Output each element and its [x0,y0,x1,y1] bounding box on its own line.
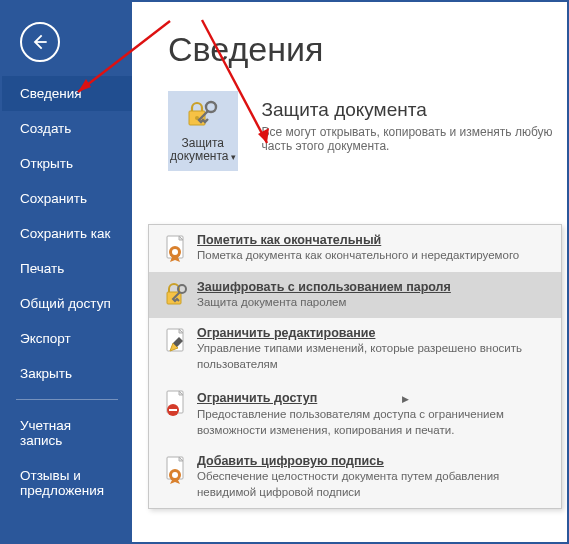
lock-key-icon [185,99,221,132]
nav-item-export[interactable]: Экспорт [2,321,132,356]
dd-item-digital-signature[interactable]: Добавить цифровую подпись Обеспечение це… [149,446,561,508]
protect-document-button[interactable]: Защита документа▾ [168,91,238,171]
dd-title: Добавить цифровую подпись [197,454,549,468]
restrict-access-icon [161,388,191,438]
nav-label: Общий доступ [20,296,111,311]
main-area: Сведения Защита документа▾ Защита докуме… [132,2,567,542]
nav-label: Учетная запись [20,418,71,448]
final-icon [161,233,191,264]
nav-label: Закрыть [20,366,72,381]
nav-item-info[interactable]: Сведения [2,76,132,111]
nav-label: Отзывы и предложения [20,468,104,498]
nav-item-close[interactable]: Закрыть [2,356,132,391]
encrypt-icon [161,280,191,311]
nav-item-open[interactable]: Открыть [2,146,132,181]
dd-title: Ограничить доступ [197,391,317,405]
arrow-left-icon [30,32,50,52]
dd-item-mark-final[interactable]: Пометить как окончательный Пометка докум… [149,225,561,272]
dd-desc: Обеспечение целостности документа путем … [197,469,549,500]
backstage-sidebar: Сведения Создать Открыть Сохранить Сохра… [2,2,132,542]
back-button[interactable] [20,22,60,62]
dd-item-encrypt[interactable]: Зашифровать с использованием пароля Защи… [149,272,561,319]
nav-label: Печать [20,261,64,276]
nav-item-account[interactable]: Учетная запись [2,408,132,458]
protect-dropdown: Пометить как окончательный Пометка докум… [148,224,562,509]
nav-label: Открыть [20,156,73,171]
nav-item-new[interactable]: Создать [2,111,132,146]
dd-item-restrict-editing[interactable]: Ограничить редактирование Управление тип… [149,318,561,380]
dropdown-triangle-icon: ▾ [231,152,236,162]
nav-item-share[interactable]: Общий доступ [2,286,132,321]
nav-item-save[interactable]: Сохранить [2,181,132,216]
nav-item-feedback[interactable]: Отзывы и предложения [2,458,132,508]
dd-title: Ограничить редактирование [197,326,549,340]
protect-button-label: Защита документа▾ [170,137,236,163]
nav-label: Сведения [20,86,82,101]
nav-label: Сохранить [20,191,87,206]
protect-section: Защита документа▾ Защита документа Все м… [168,91,567,171]
svg-rect-11 [169,409,177,411]
nav-label: Экспорт [20,331,71,346]
nav-item-print[interactable]: Печать [2,251,132,286]
nav-label: Сохранить как [20,226,110,241]
dd-desc: Управление типами изменений, которые раз… [197,341,549,372]
protect-heading: Защита документа [262,99,567,121]
restrict-edit-icon [161,326,191,372]
submenu-arrow-icon: ▶ [402,394,409,404]
dd-desc: Предоставление пользователям доступа с о… [197,407,549,438]
dd-desc: Защита документа паролем [197,295,549,311]
dd-title: Пометить как окончательный [197,233,549,247]
dd-desc: Пометка документа как окончательного и н… [197,248,549,264]
nav-label: Создать [20,121,71,136]
page-title: Сведения [168,30,567,69]
protect-desc: Все могут открывать, копировать и изменя… [262,125,567,153]
svg-point-14 [172,472,178,478]
signature-icon [161,454,191,500]
nav-item-saveas[interactable]: Сохранить как [2,216,132,251]
dd-item-restrict-access[interactable]: Ограничить доступ ▶ Предоставление польз… [149,380,561,446]
svg-point-5 [172,249,178,255]
dd-title: Зашифровать с использованием пароля [197,280,549,294]
nav-divider [16,399,118,400]
